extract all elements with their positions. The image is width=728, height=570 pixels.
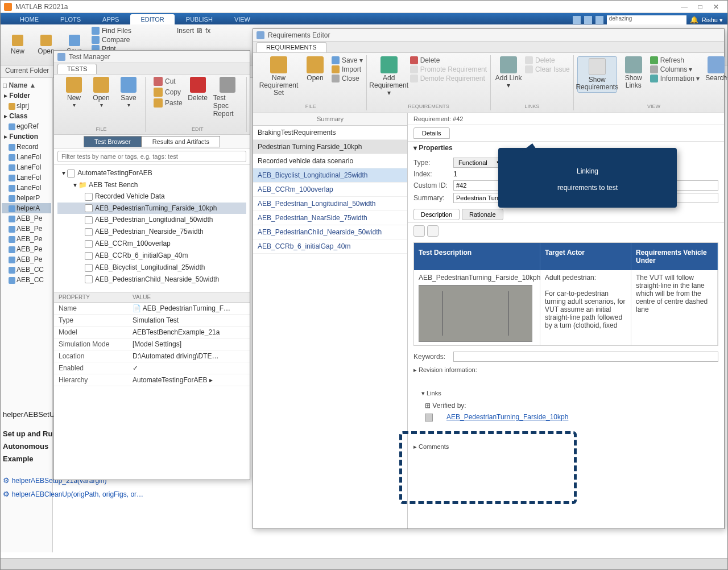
tm-new-button[interactable]: New ▾ (62, 77, 86, 108)
insert-button[interactable]: Insert 🖹 fx (177, 27, 210, 35)
quick-access-icon[interactable] (573, 16, 581, 24)
tab-publish[interactable]: PUBLISH (176, 14, 223, 24)
rq-add-link-button[interactable]: Add Link ▾ (494, 56, 523, 89)
rq-refresh-button[interactable]: Refresh (650, 56, 700, 64)
rq-info-button[interactable]: Information ▾ (650, 75, 700, 82)
class-egoref[interactable]: egoRef (2, 121, 51, 131)
file-item[interactable]: LaneFol (2, 183, 51, 193)
file-item[interactable]: AEB_Pe (2, 244, 51, 254)
tree-item[interactable]: AEB_PedestrianChild_Nearside_50width (57, 274, 246, 286)
tree-item-selected[interactable]: AEB_PedestrianTurning_Farside_10kph (57, 203, 246, 214)
rq-list-item[interactable]: Recorded vehicle data scenario (253, 154, 407, 168)
tab-plots[interactable]: PLOTS (50, 14, 91, 24)
tm-delete-button[interactable]: Delete (186, 77, 210, 118)
tm-titlebar[interactable]: Test Manager (54, 51, 250, 63)
bg-link[interactable]: ⚙ helperAEBCleanUp(origPath, origFigs, o… (3, 490, 143, 498)
rq-list-item[interactable]: AEB_CCRm_100overlap (253, 183, 407, 197)
rq-tab-rationale[interactable]: Rationale (462, 209, 503, 220)
rq-verified-link[interactable]: AEB_PedestrianTurning_Farside_10kph (446, 413, 568, 421)
rq-verified-by-label[interactable]: ⊞ Verified by: (425, 402, 710, 410)
rq-list-item[interactable]: AEB_Pedestrian_NearSide_75width (253, 211, 407, 225)
quick-access-icon-2[interactable] (584, 16, 592, 24)
rq-save-button[interactable]: Save ▾ (332, 56, 363, 64)
tm-save-button[interactable]: Save ▾ (117, 77, 140, 108)
tm-copy-button[interactable]: Copy (154, 88, 183, 97)
file-item[interactable]: AEB_CC (2, 275, 51, 285)
tree-item[interactable]: AEB_Pedestrian_Longitudinal_50width (57, 214, 246, 226)
tm-open-button[interactable]: Open ▾ (89, 77, 113, 108)
rq-req-list[interactable]: BrakingTestRequirements Pedestrian Turni… (253, 126, 407, 528)
name-column-header[interactable]: Name ▲ (9, 81, 36, 89)
rq-list-item[interactable]: AEB_Pedestrian_Longitudinal_50width (253, 197, 407, 211)
rq-show-links-button[interactable]: Show Links (619, 56, 648, 89)
tm-paste-button[interactable]: Paste (154, 98, 183, 108)
tm-filter-input[interactable] (57, 151, 246, 162)
rq-close-button[interactable]: Close (332, 75, 363, 82)
tree-item[interactable]: AEB_Pedestrian_Nearside_75width (57, 226, 246, 238)
rq-add-req-button[interactable]: Add Requirement ▾ (370, 56, 408, 97)
rq-image-icon[interactable] (427, 225, 439, 237)
tm-tab-tests[interactable]: TESTS (57, 64, 97, 74)
tree-item[interactable]: Recorded Vehicle Data (57, 191, 246, 203)
rq-edit-icon[interactable] (413, 225, 425, 237)
tm-tree[interactable]: ▾ AutomateTestingForAEB ▾ 📁 AEB Test Ben… (54, 165, 250, 287)
tree-item[interactable]: AEB_CCRm_100overlap (57, 238, 246, 250)
tab-home[interactable]: HOME (10, 14, 49, 24)
rq-new-set-button[interactable]: New Requirement Set (259, 56, 299, 97)
rq-revision-header[interactable]: ▸ Revision information: (408, 364, 724, 376)
tab-apps[interactable]: APPS (92, 14, 129, 24)
rq-type-select[interactable]: Functional (453, 158, 504, 168)
bell-icon[interactable]: 🔔 (690, 16, 698, 24)
tree-item[interactable]: AEB_Bicyclist_Longitudinal_25width (57, 262, 246, 274)
tree-root[interactable]: ▾ AutomateTestingForAEB (57, 167, 246, 179)
file-item[interactable]: LaneFol (2, 152, 51, 162)
help-icon[interactable] (595, 16, 603, 24)
rq-links-header[interactable]: ▾ Links (421, 390, 710, 397)
rq-columns-button[interactable]: Columns ▾ (650, 65, 700, 73)
folder-slprj[interactable]: slprj (2, 101, 51, 111)
tab-view[interactable]: VIEW (224, 14, 260, 24)
rq-comments-header[interactable]: ▸ Comments (408, 441, 724, 453)
file-item[interactable]: AEB_Pe (2, 254, 51, 265)
minimize-button[interactable]: — (676, 3, 692, 11)
rq-list-item[interactable]: Pedestrian Turning Farside_10kph (253, 140, 407, 154)
rq-list-item[interactable]: AEB_CCRb_6_initialGap_40m (253, 239, 407, 254)
rq-tab-description[interactable]: Description (413, 209, 460, 220)
new-button[interactable]: New (6, 27, 29, 63)
doc-search-input[interactable]: dehazing (607, 15, 686, 24)
rq-list-item[interactable]: BrakingTestRequirements (253, 126, 407, 140)
find-files-button[interactable]: Find Files (92, 27, 131, 35)
rq-titlebar[interactable]: Requirements Editor (253, 29, 724, 42)
rq-open-button[interactable]: Open (301, 56, 329, 82)
tm-subtab-browser[interactable]: Test Browser (84, 136, 142, 147)
tab-editor[interactable]: EDITOR (130, 14, 174, 24)
user-menu[interactable]: Rishu ▾ (702, 16, 723, 24)
rq-delete-req-button[interactable]: Delete (410, 56, 487, 64)
maximize-button[interactable]: □ (692, 3, 708, 11)
tree-item[interactable]: AEB_CCRb_6_initialGap_40m (57, 250, 246, 262)
tree-bench[interactable]: ▾ 📁 AEB Test Bench (57, 179, 246, 191)
file-item[interactable]: AEB_CC (2, 265, 51, 275)
rq-list-item-selected[interactable]: AEB_Bicyclist_Longitudinal_25width (253, 168, 407, 183)
file-item[interactable]: helperP (2, 193, 51, 203)
file-item[interactable]: Record (2, 142, 51, 152)
tm-testspec-button[interactable]: Test Spec Report (213, 77, 242, 118)
rq-show-req-button[interactable]: Show Requirements (577, 56, 617, 93)
file-item-selected[interactable]: helperA (2, 203, 51, 213)
rq-import-button[interactable]: Import (332, 65, 363, 73)
file-item[interactable]: AEB_Pe (2, 224, 51, 234)
rq-keywords-input[interactable] (453, 352, 718, 362)
tm-subtab-results[interactable]: Results and Artifacts (142, 136, 220, 147)
rq-summary-tab[interactable]: Summary (253, 113, 407, 126)
close-button[interactable]: ✕ (708, 3, 724, 11)
rq-tab-requirements[interactable]: REQUIREMENTS (257, 42, 326, 52)
tm-cut-button[interactable]: Cut (154, 77, 183, 86)
rq-details-tab[interactable]: Details (413, 127, 450, 139)
file-item[interactable]: LaneFol (2, 172, 51, 183)
rq-search-button[interactable]: Search (702, 56, 728, 82)
file-item[interactable]: AEB_Pe (2, 234, 51, 244)
file-item[interactable]: AEB_Pe (2, 213, 51, 224)
file-item[interactable]: LaneFol (2, 162, 51, 172)
compare-button[interactable]: Compare (92, 36, 131, 44)
rq-list-item[interactable]: AEB_PedestrianChild_Nearside_50width (253, 225, 407, 239)
